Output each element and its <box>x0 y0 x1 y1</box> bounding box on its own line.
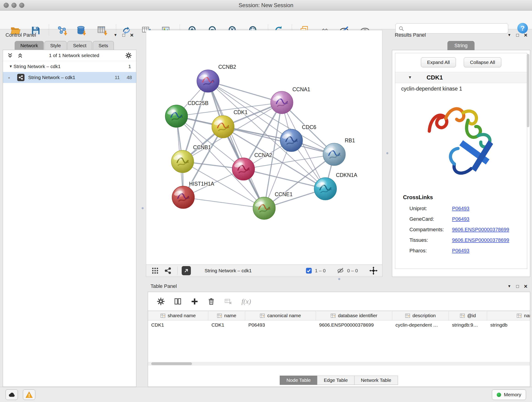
close-panel-icon[interactable]: × <box>130 32 133 39</box>
table-panel-header: Table Panel ▼ □ × <box>148 281 530 291</box>
left-splitter-grip[interactable] <box>142 207 144 209</box>
network-row[interactable]: ● String Network – cdk1 11 48 <box>3 72 136 83</box>
table-rows: CDK1CDK1P064939606.ENSP00000378699cyclin… <box>148 320 530 330</box>
gene-section-header[interactable]: ▼ CDK1 <box>395 72 527 83</box>
show-columns-icon[interactable] <box>174 297 182 306</box>
network-node-label: CDKN1A <box>336 172 357 178</box>
collection-disclosure-icon[interactable]: ▼ <box>3 64 10 69</box>
tab-network[interactable]: Network <box>15 41 44 50</box>
network-node-CCNB1[interactable] <box>171 150 194 173</box>
bottom-splitter-grip[interactable] <box>338 278 340 280</box>
export-view-button[interactable] <box>182 266 191 275</box>
gene-disclosure-icon[interactable]: ▼ <box>395 75 412 80</box>
network-node-CCNA2[interactable] <box>232 158 254 180</box>
network-node-CDC6[interactable] <box>280 129 303 152</box>
network-view: CCNB2CCNA1CDC25BCDK1CDC6RB1CCNB1CCNA2CDK… <box>146 30 382 277</box>
collapse-all-button[interactable]: Collapse All <box>464 57 501 67</box>
network-canvas[interactable]: CCNB2CCNA1CDC25BCDK1CDC6RB1CCNB1CCNA2CDK… <box>146 30 382 264</box>
expand-all-icon[interactable] <box>17 52 23 58</box>
protein-structure-image <box>415 96 507 185</box>
tab-network-table[interactable]: Network Table <box>354 376 398 385</box>
column-header-namespace[interactable]: namespace <box>487 311 530 320</box>
table-cell: stringdb:9… <box>449 320 487 330</box>
network-options-gear-icon[interactable] <box>125 52 132 59</box>
collapse-panel-icon[interactable]: ▼ <box>114 33 117 37</box>
tab-sets[interactable]: Sets <box>93 41 114 50</box>
add-column-icon[interactable] <box>191 298 198 305</box>
table-cell: P06493 <box>245 320 316 330</box>
column-header-shared-name[interactable]: shared name <box>148 311 208 320</box>
crosslink-pharos-link[interactable]: P06493 <box>452 248 469 254</box>
string-results-card: Expand All Collapse All ▼ CDK1 cyclin-de… <box>395 53 527 269</box>
column-header-database-identifier[interactable]: database identifier <box>316 311 392 320</box>
column-header--id[interactable]: @id <box>449 311 487 320</box>
table-cell: CDK1 <box>208 320 245 330</box>
table-panel-body: f(x) shared namenamecanonical namedataba… <box>148 292 530 387</box>
cloud-status-button[interactable] <box>6 389 18 400</box>
minimize-window-button[interactable] <box>12 3 17 8</box>
grid-layout-icon[interactable] <box>151 267 159 274</box>
crosslink-row: Uniprot:P06493 <box>395 203 527 214</box>
tab-string[interactable]: String <box>447 41 475 50</box>
tab-edge-table[interactable]: Edge Table <box>317 376 355 385</box>
collapse-results-icon[interactable]: ▼ <box>507 33 511 37</box>
close-results-icon[interactable]: × <box>524 32 527 39</box>
zoom-window-button[interactable] <box>19 3 24 8</box>
network-node-CDC25B[interactable] <box>165 105 188 128</box>
main-toolbar: ⌂⌂ ? <box>0 11 532 29</box>
column-header-description[interactable]: description <box>392 311 449 320</box>
network-node-CCNA1[interactable] <box>271 91 293 114</box>
table-scrollbar-thumb[interactable] <box>151 362 192 365</box>
network-node-label: CCNA1 <box>292 86 310 92</box>
crosshair-icon[interactable] <box>369 267 378 275</box>
column-header-canonical-name[interactable]: canonical name <box>245 311 316 320</box>
tab-node-table[interactable]: Node Table <box>280 376 317 385</box>
crosslink-uniprot-link[interactable]: P06493 <box>452 206 469 211</box>
window-title: Session: New Session <box>239 2 293 8</box>
table-horizontal-scrollbar[interactable] <box>148 362 530 366</box>
collection-label: String Network – cdk1 <box>13 64 60 69</box>
close-table-icon[interactable]: × <box>524 283 527 290</box>
results-panel-header: Results Panel ▼ □ × <box>392 30 530 40</box>
expand-all-button[interactable]: Expand All <box>421 57 456 67</box>
table-row[interactable]: CDK1CDK1P064939606.ENSP00000378699cyclin… <box>148 320 530 330</box>
network-node-CDKN1A[interactable] <box>314 178 336 200</box>
network-node-label: CDK1 <box>234 109 247 115</box>
warnings-button[interactable] <box>23 389 35 400</box>
results-scrollbar-thumb[interactable] <box>527 54 529 127</box>
network-list-toolbar: 1 of 1 Network selected <box>3 50 136 61</box>
tab-style[interactable]: Style <box>44 41 67 50</box>
crosslink-genecard-link[interactable]: P06493 <box>452 216 469 222</box>
crosslink-tissues-link[interactable]: 9606.ENSP00000378699 <box>452 237 509 243</box>
float-table-icon[interactable]: □ <box>516 284 519 289</box>
crosslinks-list: Uniprot:P06493GeneCard:P06493Compartment… <box>395 203 527 256</box>
close-window-button[interactable] <box>4 3 9 8</box>
network-node-RB1[interactable] <box>323 143 346 166</box>
delete-column-trash-icon[interactable] <box>207 297 215 306</box>
crosslink-compartments-link[interactable]: 9606.ENSP00000378699 <box>452 227 509 233</box>
network-view-title: String Network – cdk1 <box>205 268 252 274</box>
right-splitter-grip[interactable] <box>386 152 388 154</box>
network-node-HIST1H1A[interactable] <box>172 186 195 209</box>
network-row-label: String Network – cdk1 <box>28 75 75 80</box>
tab-select[interactable]: Select <box>67 41 92 50</box>
hidden-eye-slash-icon[interactable] <box>337 267 344 274</box>
network-node-CDK1[interactable] <box>212 115 234 138</box>
delete-row-icon <box>224 297 232 306</box>
edge-count: 48 <box>127 75 132 80</box>
network-node-CCNE1[interactable] <box>253 197 275 219</box>
collapse-table-icon[interactable]: ▼ <box>507 284 511 288</box>
collapse-all-icon[interactable] <box>7 52 13 58</box>
float-panel-icon[interactable]: □ <box>122 32 125 38</box>
column-header-name[interactable]: name <box>208 311 245 320</box>
table-options-gear-icon[interactable] <box>157 297 165 306</box>
network-collection-row[interactable]: ▼ String Network – cdk1 1 <box>3 61 136 72</box>
network-node-CCNB2[interactable] <box>197 70 219 92</box>
birdseye-view-icon[interactable] <box>164 267 172 274</box>
crosslink-row: Compartments:9606.ENSP00000378699 <box>395 224 527 235</box>
network-edge <box>208 81 282 103</box>
network-edge <box>208 81 264 208</box>
memory-button[interactable]: Memory <box>492 389 526 400</box>
float-results-icon[interactable]: □ <box>516 32 519 38</box>
selected-checkbox-icon[interactable] <box>305 267 312 274</box>
